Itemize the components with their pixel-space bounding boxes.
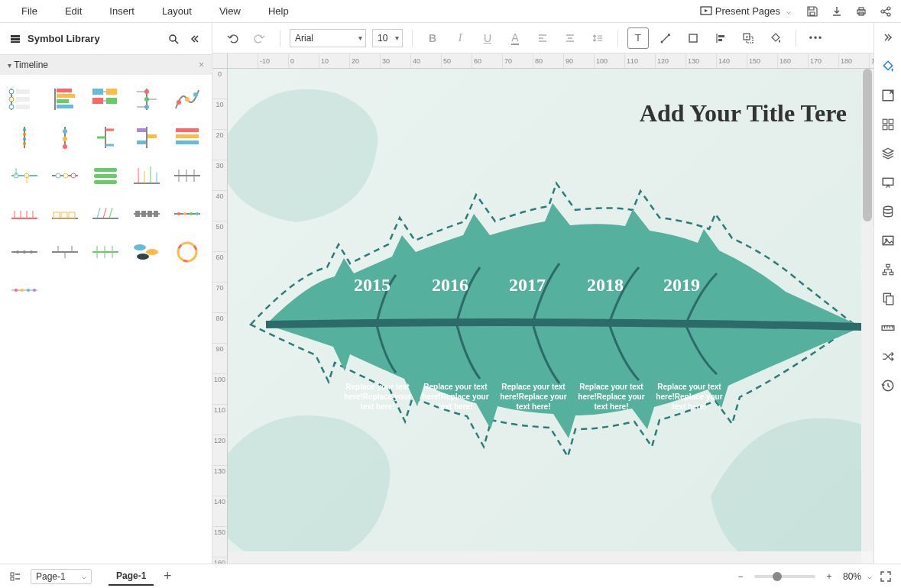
clipboard-icon[interactable]	[880, 290, 896, 307]
shape-thumb[interactable]	[88, 121, 124, 154]
shape-thumb[interactable]	[170, 159, 206, 192]
page-list-icon[interactable]	[8, 569, 23, 584]
page-tab[interactable]: Page-1	[109, 567, 154, 586]
text-tool-button[interactable]: T	[627, 27, 649, 49]
timeline-year[interactable]: 2015	[354, 275, 391, 296]
collapse-panel-icon[interactable]	[187, 31, 203, 47]
group-button[interactable]	[737, 27, 759, 49]
font-size-select[interactable]: 10	[372, 29, 403, 47]
underline-button[interactable]: U	[477, 27, 498, 49]
zoom-value[interactable]: 80%	[843, 571, 861, 582]
shape-thumb[interactable]	[88, 235, 124, 269]
shape-thumb[interactable]	[128, 197, 164, 231]
ruler-vertical[interactable]: 0102030405060708090100110120130140150160…	[212, 69, 228, 564]
shape-thumb[interactable]	[88, 197, 124, 231]
align-button[interactable]	[532, 27, 553, 49]
timeline-year[interactable]: 2016	[432, 275, 468, 296]
bold-button[interactable]: B	[422, 27, 443, 49]
menu-edit[interactable]: Edit	[51, 1, 96, 21]
shape-thumb[interactable]	[6, 121, 42, 154]
ruler-icon[interactable]	[880, 319, 896, 336]
leaf-timeline[interactable]: 2015 2016 2017 2018 2019 Replace your te…	[235, 153, 861, 496]
canvas-viewport[interactable]: Add Your Title Tere	[228, 69, 861, 551]
save-icon[interactable]	[805, 4, 820, 19]
shape-thumb[interactable]	[170, 235, 206, 269]
layers-icon[interactable]	[880, 145, 896, 162]
print-icon[interactable]	[854, 4, 869, 19]
align-objects-button[interactable]	[710, 27, 731, 49]
valign-button[interactable]	[559, 27, 581, 49]
shape-thumb[interactable]	[6, 273, 42, 307]
line-spacing-button[interactable]	[587, 27, 608, 49]
expand-panel-icon[interactable]	[880, 29, 896, 46]
connector-button[interactable]	[655, 27, 676, 49]
timeline-year[interactable]: 2019	[663, 275, 700, 296]
shuffle-icon[interactable]	[880, 348, 896, 365]
timeline-year[interactable]: 2018	[587, 275, 624, 296]
menu-file[interactable]: File	[8, 1, 51, 21]
hierarchy-icon[interactable]	[880, 261, 896, 278]
present-pages-button[interactable]: Present Pages ⌵	[695, 2, 796, 21]
zoom-in-button[interactable]: +	[822, 569, 837, 584]
scrollbar-horizontal[interactable]	[228, 551, 861, 564]
timeline-desc[interactable]: Replace your text here!Replace your text…	[420, 382, 491, 412]
shape-thumb[interactable]	[170, 121, 206, 154]
menu-help[interactable]: Help	[254, 1, 303, 21]
close-category-icon[interactable]: ×	[199, 60, 204, 70]
category-timeline[interactable]: ▾ Timeline ×	[0, 55, 212, 75]
add-page-button[interactable]: +	[160, 569, 175, 584]
italic-button[interactable]: I	[449, 27, 471, 49]
chevron-down-icon[interactable]: ⌵	[867, 572, 872, 580]
shape-thumb[interactable]	[47, 159, 83, 192]
page[interactable]: Add Your Title Tere	[228, 69, 861, 551]
menu-view[interactable]: View	[206, 1, 254, 21]
share-icon[interactable]	[878, 4, 893, 19]
menu-layout[interactable]: Layout	[148, 1, 206, 21]
shape-thumb[interactable]	[128, 121, 164, 154]
zoom-out-button[interactable]: −	[733, 569, 748, 584]
scrollbar-thumb[interactable]	[863, 69, 872, 221]
shape-thumb[interactable]	[88, 159, 124, 192]
fill-tool-icon[interactable]	[880, 58, 896, 75]
image-icon[interactable]	[880, 232, 896, 249]
timeline-desc[interactable]: Replace your text here!Replace your text…	[342, 382, 413, 412]
shape-thumb[interactable]	[47, 197, 83, 231]
page-select[interactable]: Page-1 ⌵	[31, 569, 92, 584]
menu-insert[interactable]: Insert	[96, 1, 148, 21]
timeline-desc[interactable]: Replace your text here!Replace your text…	[498, 382, 569, 412]
shape-thumb[interactable]	[6, 82, 42, 116]
search-icon[interactable]	[166, 31, 181, 47]
grid-icon[interactable]	[880, 116, 896, 133]
shape-thumb[interactable]	[47, 235, 83, 269]
data-icon[interactable]	[880, 203, 896, 220]
scrollbar-vertical[interactable]	[861, 69, 873, 551]
zoom-slider-thumb[interactable]	[773, 572, 782, 581]
shape-thumb[interactable]	[47, 82, 83, 116]
presentation-icon[interactable]	[880, 174, 896, 191]
undo-button[interactable]	[222, 27, 243, 49]
shape-thumb[interactable]	[170, 82, 206, 116]
shape-thumb[interactable]	[6, 235, 42, 269]
text-color-button[interactable]: A	[504, 27, 526, 49]
shape-outline-button[interactable]	[682, 27, 704, 49]
timeline-desc[interactable]: Replace your text here!Replace your text…	[576, 382, 647, 412]
fullscreen-icon[interactable]	[878, 569, 893, 584]
font-select[interactable]: Arial	[290, 29, 366, 47]
shape-thumb[interactable]	[47, 121, 83, 154]
page-title[interactable]: Add Your Title Tere	[640, 99, 847, 128]
ruler-horizontal[interactable]: -100102030405060708090100110120130140150…	[228, 53, 873, 69]
shape-thumb[interactable]	[128, 235, 164, 269]
shape-thumb[interactable]	[88, 82, 124, 116]
shape-thumb[interactable]	[128, 159, 164, 192]
redo-button[interactable]	[249, 27, 271, 49]
more-button[interactable]: •••	[805, 27, 827, 49]
timeline-year[interactable]: 2017	[509, 275, 546, 296]
download-icon[interactable]	[829, 4, 844, 19]
shape-thumb[interactable]	[6, 159, 42, 192]
timeline-desc[interactable]: Replace your text here!Replace your text…	[654, 382, 724, 412]
zoom-slider[interactable]	[754, 575, 815, 578]
fill-button[interactable]	[765, 27, 786, 49]
shape-thumb[interactable]	[128, 82, 164, 116]
shape-thumb[interactable]	[170, 197, 206, 231]
properties-icon[interactable]	[880, 87, 896, 104]
